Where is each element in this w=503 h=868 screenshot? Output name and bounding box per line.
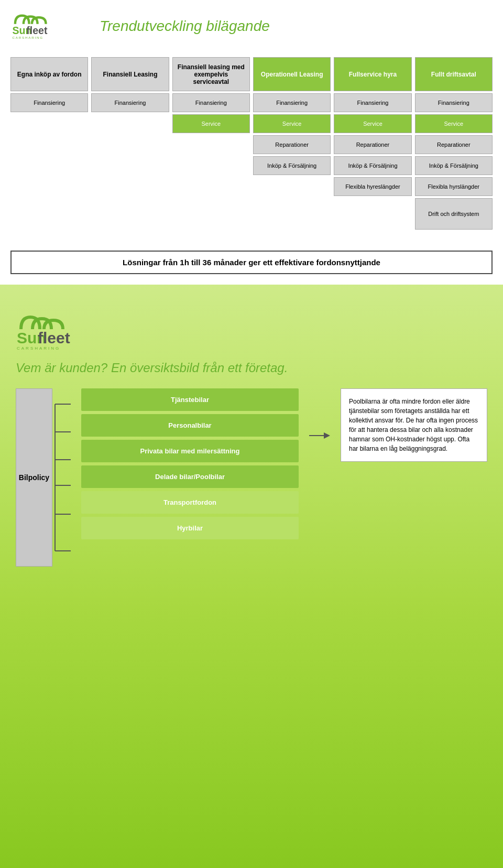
sunfleet-logo2-graphic: Sun fleet CARSHARING bbox=[16, 311, 73, 350]
col6-cell-inkop: Inköp & Försäljning bbox=[415, 156, 493, 175]
col6-cell-reparationer: Reparationer bbox=[415, 135, 493, 154]
svg-text:fleet: fleet bbox=[38, 329, 70, 346]
col1-cell-2 bbox=[10, 114, 88, 133]
col1-cell-financing: Finansiering bbox=[10, 93, 88, 112]
sunfleet-logo2: Sun fleet CARSHARING bbox=[16, 311, 487, 350]
col2-cell-4 bbox=[91, 156, 169, 175]
col3-cell-5 bbox=[172, 177, 250, 196]
column-5: Fullservice hyra Finansiering Service Re… bbox=[334, 57, 411, 240]
col2-cell-financing: Finansiering bbox=[91, 93, 169, 112]
svg-text:CARSHARING: CARSHARING bbox=[13, 36, 43, 39]
bottom-banner: Lösningar från 1h till 36 månader ger et… bbox=[10, 251, 493, 274]
col3-cell-6 bbox=[172, 198, 250, 240]
top-section: Sun fleet CARSHARING Trendutveckling bil… bbox=[0, 0, 503, 285]
col1-header: Egna inköp av fordon bbox=[10, 57, 88, 91]
col6-cell-service: Service bbox=[415, 114, 493, 133]
col5-cell-reparationer: Reparationer bbox=[334, 135, 411, 154]
column-4: Operationell Leasing Finansiering Servic… bbox=[253, 57, 331, 240]
col5-cell-inkop: Inköp & Försäljning bbox=[334, 156, 411, 175]
col1-cell-5 bbox=[10, 177, 88, 196]
col3-cell-service: Service bbox=[172, 114, 250, 133]
col2-header: Finansiell Leasing bbox=[91, 57, 169, 91]
svg-marker-20 bbox=[324, 432, 330, 439]
header: Sun fleet CARSHARING Trendutveckling bil… bbox=[10, 10, 493, 41]
col5-header: Fullservice hyra bbox=[334, 57, 411, 91]
column-3: Finansiell leasing med exempelvis servic… bbox=[172, 57, 250, 240]
bp-box-delade: Delade bilar/Poolbilar bbox=[81, 465, 299, 488]
col4-cell-service: Service bbox=[253, 114, 331, 133]
bilpolicy-left: Bilpolicy bbox=[16, 388, 71, 567]
col2-cell-6 bbox=[91, 198, 169, 240]
col5-cell-financing: Finansiering bbox=[334, 93, 411, 112]
bp-box-tjanstebilar: Tjänstebilar bbox=[81, 388, 299, 411]
column-1: Egna inköp av fordon Finansiering bbox=[10, 57, 88, 240]
col6-cell-financing: Finansiering bbox=[415, 93, 493, 112]
col4-cell-inkop: Inköp & Försäljning bbox=[253, 156, 331, 175]
bilpolicy-connector bbox=[52, 388, 71, 567]
col6-cell-flexibla: Flexibla hyrslängder bbox=[415, 177, 493, 196]
svg-text:fleet: fleet bbox=[26, 25, 48, 36]
col3-header: Finansiell leasing med exempelvis servic… bbox=[172, 57, 250, 91]
col2-cell-3 bbox=[91, 135, 169, 154]
col3-cell-4 bbox=[172, 156, 250, 175]
second-section: Sun fleet CARSHARING Vem är kunden? En ö… bbox=[0, 295, 503, 577]
col4-header: Operationell Leasing bbox=[253, 57, 331, 91]
section-title: Vem är kunden? En översiktsbild från ett… bbox=[16, 361, 487, 375]
column-6: Fullt driftsavtal Finansiering Service R… bbox=[415, 57, 493, 230]
svg-text:CARSHARING: CARSHARING bbox=[17, 346, 60, 350]
col1-cell-3 bbox=[10, 135, 88, 154]
col4-cell-financing: Finansiering bbox=[253, 93, 331, 112]
diagram: Egna inköp av fordon Finansiering Finans… bbox=[10, 57, 493, 240]
bilpolicy-label: Bilpolicy bbox=[16, 388, 52, 567]
right-arrow-svg bbox=[309, 420, 330, 451]
col1-cell-6 bbox=[10, 198, 88, 240]
col6-cell-drift: Drift och driftsystem bbox=[415, 198, 493, 230]
bilpolicy-boxes: Tjänstebilar Personalbilar Privata bilar… bbox=[81, 388, 299, 539]
bp-box-hyrbilar: Hyrbilar bbox=[81, 517, 299, 539]
right-arrow bbox=[309, 420, 330, 451]
info-box: Poolbilarna är ofta mindre fordon eller … bbox=[341, 388, 487, 462]
col4-cell-reparationer: Reparationer bbox=[253, 135, 331, 154]
column-2: Finansiell Leasing Finansiering bbox=[91, 57, 169, 240]
bp-box-privata: Privata bilar med milersättning bbox=[81, 440, 299, 462]
col5-cell-service: Service bbox=[334, 114, 411, 133]
col6-header: Fullt driftsavtal bbox=[415, 57, 493, 91]
sunfleet-logo: Sun fleet CARSHARING bbox=[10, 10, 52, 39]
col2-cell-2 bbox=[91, 114, 169, 133]
logo-container: Sun fleet CARSHARING bbox=[10, 10, 79, 41]
page-title: Trendutveckling bilägande bbox=[100, 18, 270, 35]
col3-cell-3 bbox=[172, 135, 250, 154]
col4-cell-5 bbox=[253, 177, 331, 196]
bilpolicy-container: Bilpolicy Tjä bbox=[16, 388, 487, 567]
col4-cell-6 bbox=[253, 198, 331, 240]
col5-cell-6 bbox=[334, 198, 411, 240]
col1-cell-4 bbox=[10, 156, 88, 175]
bp-box-personalbilar: Personalbilar bbox=[81, 414, 299, 437]
col2-cell-5 bbox=[91, 177, 169, 196]
bp-box-transport: Transportfordon bbox=[81, 491, 299, 514]
col3-cell-financing: Finansiering bbox=[172, 93, 250, 112]
col5-cell-flexibla: Flexibla hyreslängder bbox=[334, 177, 411, 196]
